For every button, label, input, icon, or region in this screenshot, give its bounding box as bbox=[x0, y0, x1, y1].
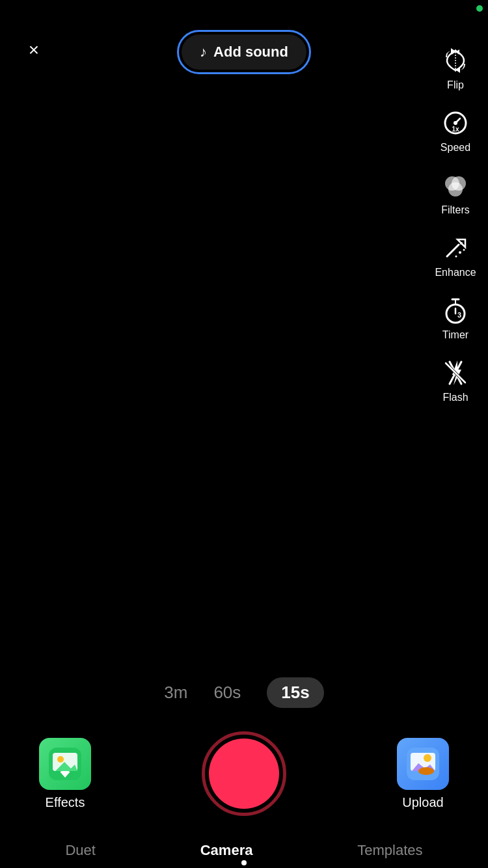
svg-text:3: 3 bbox=[457, 311, 461, 319]
sidebar-item-flash[interactable]: Flash bbox=[429, 351, 481, 409]
svg-point-35 bbox=[418, 767, 434, 775]
svg-point-12 bbox=[463, 249, 465, 251]
nav-active-indicator bbox=[241, 860, 247, 865]
flip-icon bbox=[439, 44, 472, 77]
music-note-icon: ♪ bbox=[200, 44, 207, 61]
nav-item-duet[interactable]: Duet bbox=[52, 839, 108, 861]
action-row: Effects Upload bbox=[0, 718, 488, 829]
record-button-inner bbox=[209, 739, 279, 809]
upload-label: Upload bbox=[402, 795, 443, 810]
record-button-container bbox=[202, 731, 286, 816]
add-sound-button[interactable]: ♪ Add sound bbox=[182, 34, 306, 70]
close-icon: × bbox=[29, 40, 39, 61]
svg-line-8 bbox=[447, 245, 459, 256]
svg-point-7 bbox=[448, 182, 463, 197]
enhance-icon bbox=[439, 232, 472, 264]
bottom-section: 3m 60s 15s Effects bbox=[0, 664, 488, 868]
upload-icon bbox=[397, 738, 449, 790]
sidebar-item-speed[interactable]: 1x Speed bbox=[429, 102, 481, 159]
sidebar-item-timer[interactable]: 3 Timer bbox=[429, 289, 481, 346]
flip-label: Flip bbox=[447, 79, 464, 91]
filters-icon bbox=[439, 169, 472, 202]
upload-button[interactable]: Upload bbox=[397, 738, 449, 810]
timer-label: Timer bbox=[442, 329, 468, 341]
effects-icon bbox=[39, 738, 91, 790]
svg-line-3 bbox=[455, 118, 460, 123]
sidebar-item-flip[interactable]: Flip bbox=[429, 39, 481, 96]
speed-icon: 1x bbox=[439, 107, 472, 139]
bottom-nav: Duet Camera Templates bbox=[0, 829, 488, 868]
svg-point-26 bbox=[57, 756, 64, 763]
effects-button[interactable]: Effects bbox=[39, 738, 91, 810]
timer-15s[interactable]: 15s bbox=[267, 677, 323, 708]
svg-rect-30 bbox=[64, 771, 66, 776]
timer-3m[interactable]: 3m bbox=[164, 683, 187, 703]
top-bar: × ♪ Add sound bbox=[0, 0, 488, 78]
effects-label: Effects bbox=[46, 795, 85, 810]
timer-60s[interactable]: 60s bbox=[213, 683, 241, 703]
timer-icon: 3 bbox=[439, 294, 472, 327]
sidebar-item-enhance[interactable]: Enhance bbox=[429, 226, 481, 284]
flash-icon bbox=[439, 357, 472, 389]
svg-point-11 bbox=[459, 251, 461, 254]
enhance-label: Enhance bbox=[435, 267, 476, 278]
right-sidebar: Flip 1x Speed Filters bbox=[429, 39, 481, 409]
speed-label: Speed bbox=[441, 142, 470, 154]
sidebar-item-filters[interactable]: Filters bbox=[429, 164, 481, 221]
close-button[interactable]: × bbox=[20, 36, 48, 64]
add-sound-label: Add sound bbox=[213, 44, 288, 61]
nav-item-camera[interactable]: Camera bbox=[187, 839, 266, 861]
record-button[interactable] bbox=[202, 731, 286, 816]
nav-item-templates[interactable]: Templates bbox=[344, 839, 435, 861]
svg-text:1x: 1x bbox=[452, 126, 459, 133]
flash-label: Flash bbox=[442, 392, 468, 403]
filters-label: Filters bbox=[441, 204, 470, 216]
svg-point-13 bbox=[455, 256, 457, 258]
svg-point-33 bbox=[424, 754, 431, 762]
svg-point-10 bbox=[460, 242, 463, 245]
timer-selector: 3m 60s 15s bbox=[0, 664, 488, 718]
